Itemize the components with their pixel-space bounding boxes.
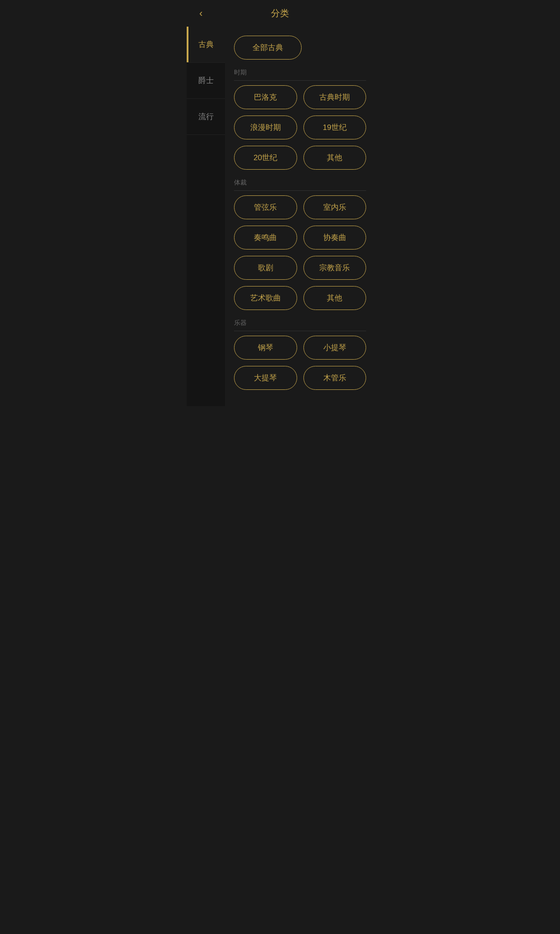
- period-section: 时期 巴洛克 古典时期 浪漫时期 19世纪 20世纪 其他: [234, 69, 366, 170]
- sidebar: 古典 爵士 流行: [187, 27, 225, 406]
- main-content: 全部古典 时期 巴洛克 古典时期 浪漫时期 19世纪 20世纪 其他 体裁 管弦…: [225, 27, 373, 406]
- instrument-section: 乐器 钢琴 小提琴 大提琴 木管乐: [234, 319, 366, 390]
- tag-cello[interactable]: 大提琴: [234, 366, 297, 390]
- page-title: 分类: [271, 7, 289, 19]
- instrument-label: 乐器: [234, 319, 366, 331]
- tag-20century[interactable]: 20世纪: [234, 146, 297, 170]
- tag-opera[interactable]: 歌剧: [234, 256, 297, 280]
- tag-piano[interactable]: 钢琴: [234, 336, 297, 360]
- tag-romantic[interactable]: 浪漫时期: [234, 116, 297, 139]
- tag-orchestral[interactable]: 管弦乐: [234, 195, 297, 219]
- back-button[interactable]: ‹: [196, 6, 206, 21]
- tag-sonata[interactable]: 奏鸣曲: [234, 226, 297, 250]
- tag-religious[interactable]: 宗教音乐: [303, 256, 367, 280]
- tag-violin[interactable]: 小提琴: [303, 336, 367, 360]
- tag-art-song[interactable]: 艺术歌曲: [234, 286, 297, 310]
- tag-genre-other[interactable]: 其他: [303, 286, 367, 310]
- period-label: 时期: [234, 69, 366, 81]
- genre-section: 体裁 管弦乐 室内乐 奏鸣曲 协奏曲 歌剧 宗教音乐 艺术歌曲 其他: [234, 179, 366, 310]
- header: ‹ 分类: [187, 0, 373, 27]
- tag-period-other[interactable]: 其他: [303, 146, 367, 170]
- sidebar-item-pop[interactable]: 流行: [187, 99, 225, 135]
- tag-classical-period[interactable]: 古典时期: [303, 85, 367, 109]
- tag-concerto[interactable]: 协奏曲: [303, 226, 367, 250]
- tag-woodwind[interactable]: 木管乐: [303, 366, 367, 390]
- sidebar-item-classical[interactable]: 古典: [187, 27, 225, 63]
- tag-chamber[interactable]: 室内乐: [303, 195, 367, 219]
- genre-label: 体裁: [234, 179, 366, 191]
- tag-baroque[interactable]: 巴洛克: [234, 85, 297, 109]
- tag-19century[interactable]: 19世纪: [303, 116, 367, 139]
- all-classical-button[interactable]: 全部古典: [234, 36, 302, 60]
- sidebar-item-jazz[interactable]: 爵士: [187, 63, 225, 99]
